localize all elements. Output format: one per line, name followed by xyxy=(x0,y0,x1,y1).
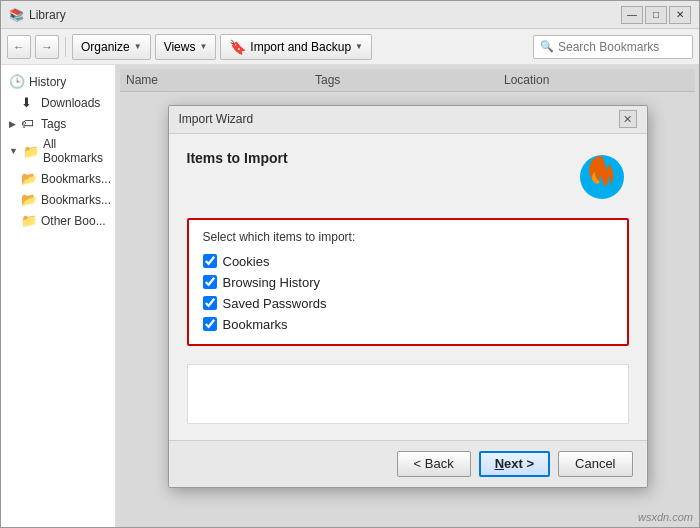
selection-label: Select which items to import: xyxy=(203,230,613,244)
maximize-button[interactable]: □ xyxy=(645,6,667,24)
close-button[interactable]: ✕ xyxy=(669,6,691,24)
bookmarks-checkbox[interactable] xyxy=(203,317,217,331)
back-button[interactable]: < Back xyxy=(397,451,471,477)
checkbox-browsing-history[interactable]: Browsing History xyxy=(203,273,613,292)
sidebar-item-bookmarks2[interactable]: 📂 Bookmarks... xyxy=(1,189,115,210)
main-content: Name Tags Location Import Wizard ✕ xyxy=(116,65,699,527)
checkbox-saved-passwords[interactable]: Saved Passwords xyxy=(203,294,613,313)
views-button[interactable]: Views ▼ xyxy=(155,34,217,60)
firefox-logo xyxy=(575,150,629,204)
history-icon: 🕒 xyxy=(9,74,25,89)
title-bar: 📚 Library — □ ✕ xyxy=(1,1,699,29)
sidebar-item-tags[interactable]: ▶ 🏷 Tags xyxy=(1,113,115,134)
import-backup-button[interactable]: 🔖 Import and Backup ▼ xyxy=(220,34,372,60)
sidebar-item-history[interactable]: 🕒 History xyxy=(1,71,115,92)
dialog-titlebar: Import Wizard ✕ xyxy=(169,106,647,134)
toolbar: ← → Organize ▼ Views ▼ 🔖 Import and Back… xyxy=(1,29,699,65)
dialog-body: Items to Import xyxy=(169,134,647,440)
sidebar: 🕒 History ⬇ Downloads ▶ 🏷 Tags ▼ 📁 All B… xyxy=(1,65,116,527)
organize-dropdown-arrow: ▼ xyxy=(134,42,142,51)
import-dropdown-arrow: ▼ xyxy=(355,42,363,51)
checkbox-cookies[interactable]: Cookies xyxy=(203,252,613,271)
dialog-footer: < Back Next > Cancel xyxy=(169,440,647,487)
bookmarks2-icon: 📂 xyxy=(21,192,37,207)
forward-button[interactable]: → xyxy=(35,35,59,59)
sidebar-item-other[interactable]: 📁 Other Boo... xyxy=(1,210,115,231)
sidebar-item-all-bookmarks[interactable]: ▼ 📁 All Bookmarks xyxy=(1,134,115,168)
other-icon: 📁 xyxy=(21,213,37,228)
tags-icon: 🏷 xyxy=(21,116,37,131)
next-button[interactable]: Next > xyxy=(479,451,550,477)
organize-button[interactable]: Organize ▼ xyxy=(72,34,151,60)
views-dropdown-arrow: ▼ xyxy=(199,42,207,51)
expand-tags-arrow: ▶ xyxy=(9,119,16,129)
dialog-main-title: Items to Import xyxy=(187,150,288,166)
sidebar-section: 🕒 History ⬇ Downloads ▶ 🏷 Tags ▼ 📁 All B… xyxy=(1,69,115,233)
browsing-history-checkbox[interactable] xyxy=(203,275,217,289)
window-title: Library xyxy=(29,8,621,22)
dialog-close-button[interactable]: ✕ xyxy=(619,110,637,128)
cancel-button[interactable]: Cancel xyxy=(558,451,632,477)
dialog-title: Import Wizard xyxy=(179,112,619,126)
search-icon: 🔍 xyxy=(540,40,554,53)
downloads-icon: ⬇ xyxy=(21,95,37,110)
modal-overlay: Import Wizard ✕ Items to Import xyxy=(116,65,699,527)
content-area: 🕒 History ⬇ Downloads ▶ 🏷 Tags ▼ 📁 All B… xyxy=(1,65,699,527)
next-label: N xyxy=(495,456,504,471)
import-icon: 🔖 xyxy=(229,39,246,55)
sidebar-item-bookmarks1[interactable]: 📂 Bookmarks... xyxy=(1,168,115,189)
import-wizard-dialog: Import Wizard ✕ Items to Import xyxy=(168,105,648,488)
window-icon: 📚 xyxy=(9,8,23,22)
main-window: 📚 Library — □ ✕ ← → Organize ▼ Views ▼ 🔖… xyxy=(0,0,700,528)
back-button[interactable]: ← xyxy=(7,35,31,59)
sidebar-item-downloads[interactable]: ⬇ Downloads xyxy=(1,92,115,113)
empty-content-area xyxy=(187,364,629,424)
items-selection-box: Select which items to import: Cookies Br… xyxy=(187,218,629,346)
cookies-checkbox[interactable] xyxy=(203,254,217,268)
saved-passwords-checkbox[interactable] xyxy=(203,296,217,310)
search-input[interactable] xyxy=(558,40,688,54)
separator xyxy=(65,37,66,57)
search-box[interactable]: 🔍 xyxy=(533,35,693,59)
checkbox-bookmarks[interactable]: Bookmarks xyxy=(203,315,613,334)
all-bookmarks-icon: 📁 xyxy=(23,144,39,159)
dialog-header: Items to Import xyxy=(187,150,629,204)
bookmarks1-icon: 📂 xyxy=(21,171,37,186)
minimize-button[interactable]: — xyxy=(621,6,643,24)
window-controls: — □ ✕ xyxy=(621,6,691,24)
expand-bookmarks-arrow: ▼ xyxy=(9,146,18,156)
